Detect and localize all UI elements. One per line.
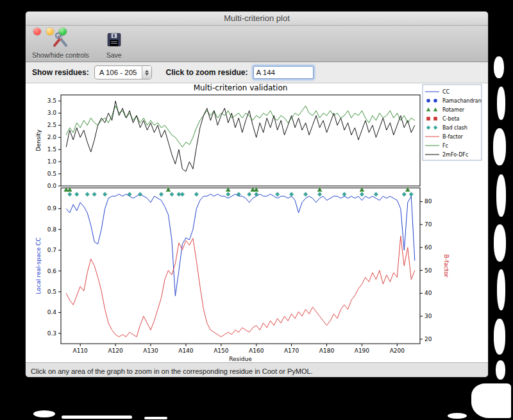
marker-Bad clash bbox=[360, 192, 364, 196]
marker-Bad clash bbox=[402, 192, 406, 196]
series-CC bbox=[66, 194, 415, 296]
artifact bbox=[493, 128, 506, 165]
marker-Bad clash bbox=[303, 192, 307, 196]
marker-Bad clash bbox=[237, 192, 240, 196]
svg-text:2mFo-DFc: 2mFo-DFc bbox=[442, 152, 468, 158]
save-button[interactable]: Save bbox=[106, 31, 122, 59]
svg-text:40: 40 bbox=[425, 290, 432, 296]
svg-text:A190: A190 bbox=[355, 348, 370, 354]
svg-text:A200: A200 bbox=[390, 348, 405, 354]
svg-text:Ramachandran: Ramachandran bbox=[442, 98, 482, 104]
marker-Bad clash bbox=[275, 192, 279, 196]
desktop: { "window_title": "Multi-criterion plot"… bbox=[0, 0, 513, 420]
show-hide-controls-button[interactable]: Show/hide controls bbox=[32, 31, 89, 59]
svg-text:20: 20 bbox=[425, 336, 432, 342]
svg-text:2.0: 2.0 bbox=[47, 134, 57, 140]
svg-text:0.7: 0.7 bbox=[47, 247, 56, 253]
marker-Bad clash bbox=[170, 192, 174, 196]
artifact bbox=[497, 87, 505, 120]
artifact bbox=[471, 383, 511, 418]
svg-text:1.0: 1.0 bbox=[47, 158, 57, 165]
artifact bbox=[494, 319, 505, 355]
svg-text:A180: A180 bbox=[319, 348, 335, 354]
show-hide-controls-label: Show/hide controls bbox=[32, 51, 89, 59]
svg-text:0.0: 0.0 bbox=[47, 183, 57, 189]
zoom-residue-input[interactable] bbox=[253, 66, 314, 79]
title-bar[interactable]: Multi-criterion plot bbox=[26, 12, 488, 26]
artifact bbox=[33, 410, 55, 417]
svg-text:50: 50 bbox=[425, 267, 432, 274]
stepper-arrows-icon[interactable] bbox=[142, 66, 151, 79]
marker-Bad clash bbox=[159, 192, 163, 196]
svg-text:1.5: 1.5 bbox=[47, 146, 56, 153]
cc-bfactor-axes bbox=[61, 188, 420, 344]
svg-text:2.5: 2.5 bbox=[47, 122, 56, 128]
artifact bbox=[62, 416, 132, 419]
legend: CCRamachandranRotamerC-betaBad clashB-fa… bbox=[423, 85, 482, 160]
artifact bbox=[448, 413, 467, 419]
svg-text:Multi-criterion validation: Multi-criterion validation bbox=[194, 83, 288, 92]
svg-text:3.5: 3.5 bbox=[47, 97, 56, 104]
svg-text:A130: A130 bbox=[143, 348, 158, 354]
window-title: Multi-criterion plot bbox=[224, 13, 290, 23]
svg-text:0.4: 0.4 bbox=[47, 309, 57, 315]
svg-text:C-beta: C-beta bbox=[442, 116, 460, 122]
svg-text:CC: CC bbox=[442, 89, 450, 95]
marker-Bad clash bbox=[317, 192, 321, 196]
minimize-button[interactable] bbox=[46, 28, 54, 35]
marker-Bad clash bbox=[75, 192, 79, 196]
marker-Bad clash bbox=[92, 192, 96, 196]
svg-text:0.3: 0.3 bbox=[47, 330, 56, 337]
marker-Bad clash bbox=[180, 192, 184, 196]
svg-text:0.5: 0.5 bbox=[47, 171, 56, 177]
svg-text:Density: Density bbox=[35, 129, 42, 151]
marker-Bad clash bbox=[289, 192, 293, 196]
svg-text:3.0: 3.0 bbox=[47, 110, 57, 116]
svg-text:70: 70 bbox=[425, 221, 432, 228]
svg-text:80: 80 bbox=[425, 198, 432, 205]
svg-text:A160: A160 bbox=[249, 348, 264, 354]
marker-Bad clash bbox=[128, 192, 131, 196]
svg-text:30: 30 bbox=[425, 313, 432, 319]
svg-text:Local real-space CC: Local real-space CC bbox=[35, 237, 42, 294]
artifact bbox=[497, 269, 505, 310]
artifact bbox=[494, 56, 504, 78]
svg-text:A120: A120 bbox=[108, 348, 123, 354]
svg-text:A140: A140 bbox=[178, 348, 194, 354]
svg-text:60: 60 bbox=[425, 244, 432, 251]
svg-text:A110: A110 bbox=[73, 348, 88, 354]
marker-Bad clash bbox=[226, 192, 230, 196]
multi-criterion-plot-window: Multi-criterion plot Show/hide controls bbox=[26, 12, 488, 377]
save-label: Save bbox=[106, 51, 122, 59]
status-text: Click on any area of the graph to zoom i… bbox=[31, 367, 313, 375]
marker-Bad clash bbox=[342, 192, 346, 196]
svg-text:0.6: 0.6 bbox=[47, 268, 57, 274]
zoom-window-button[interactable] bbox=[59, 28, 67, 35]
status-bar: Click on any area of the graph to zoom i… bbox=[26, 362, 488, 377]
artifact bbox=[496, 174, 506, 217]
marker-Bad clash bbox=[255, 192, 258, 196]
svg-text:Rotamer: Rotamer bbox=[442, 107, 465, 113]
zoom-residue-label: Click to zoom residue: bbox=[166, 68, 248, 77]
controls-bar: Show residues: A 106 - 205 Click to zoom… bbox=[26, 62, 488, 83]
svg-text:Residue: Residue bbox=[229, 356, 252, 362]
svg-text:B-factor: B-factor bbox=[442, 134, 464, 140]
marker-Bad clash bbox=[248, 192, 251, 196]
svg-text:A170: A170 bbox=[284, 348, 299, 354]
residue-range-select[interactable]: A 106 - 205 bbox=[94, 65, 152, 80]
svg-text:B-factor: B-factor bbox=[443, 255, 450, 278]
svg-text:0.8: 0.8 bbox=[47, 226, 57, 233]
marker-Bad clash bbox=[194, 192, 198, 196]
svg-text:0.5: 0.5 bbox=[47, 289, 56, 295]
marker-Bad clash bbox=[138, 192, 142, 196]
toolbar: Show/hide controls Save bbox=[26, 26, 488, 62]
svg-text:0.9: 0.9 bbox=[47, 205, 57, 212]
svg-text:A150: A150 bbox=[214, 348, 229, 354]
artifact bbox=[496, 360, 505, 380]
residue-range-value: A 106 - 205 bbox=[99, 69, 137, 76]
close-button[interactable] bbox=[33, 28, 41, 35]
artifact bbox=[144, 417, 167, 419]
marker-Bad clash bbox=[374, 192, 378, 196]
plot-area[interactable]: Multi-criterion validation0.00.51.01.52.… bbox=[26, 83, 488, 362]
multi-criterion-validation-chart[interactable]: Multi-criterion validation0.00.51.01.52.… bbox=[31, 83, 483, 362]
